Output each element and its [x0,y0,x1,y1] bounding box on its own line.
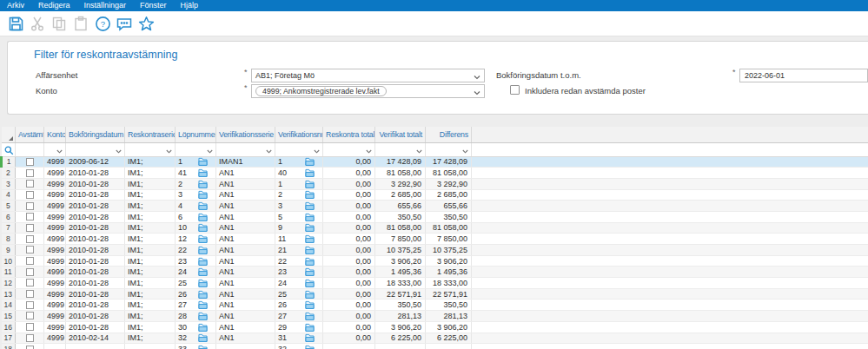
filter-cell-reskontra-totalt[interactable] [323,142,375,156]
include-reconciled-checkbox[interactable] [510,85,520,95]
filter-dropdown-icon[interactable] [56,147,63,155]
row-number[interactable]: 16 [2,321,16,333]
row-number[interactable]: 18 [2,344,16,349]
filter-dropdown-icon[interactable] [116,147,122,155]
table-row[interactable]: 249992010-01-28IM1;41AN1400,0081 058,008… [2,168,868,179]
avstamt-checkbox[interactable] [26,191,34,199]
document-folder-icon[interactable] [198,201,208,210]
table-row[interactable]: 1349992010-01-28IM1;26AN1250,0022 571,91… [2,288,868,300]
table-row[interactable]: 1149992010-01-28IM1;24AN1230,001 495,361… [2,267,868,278]
document-folder-icon[interactable] [305,201,315,210]
document-folder-icon[interactable] [198,157,208,166]
row-number[interactable]: 2 [2,168,16,179]
filter-dropdown-icon[interactable] [207,147,213,155]
row-number[interactable]: 9 [2,245,16,256]
document-folder-icon[interactable] [305,223,315,232]
document-folder-icon[interactable] [305,257,315,266]
star-icon[interactable] [136,14,156,33]
menu-redigera[interactable]: Redigera [31,0,77,11]
menu-arkiv[interactable]: Arkiv [0,0,31,11]
document-folder-icon[interactable] [198,333,208,342]
table-row[interactable]: 849992010-01-28IM1;12AN1110,007 850,007 … [2,234,868,245]
table-row[interactable]: 149992009-06-12IM1;1IMAN110,0017 428,091… [2,156,868,168]
avstamt-checkbox[interactable] [26,346,34,349]
table-row[interactable]: 183332 [2,344,868,349]
avstamt-checkbox[interactable] [26,334,34,342]
filter-cell-verifikationsnr[interactable] [275,142,323,156]
avstamt-checkbox[interactable] [26,246,34,254]
row-number[interactable]: 4 [2,189,16,201]
document-folder-icon[interactable] [198,279,208,287]
row-number[interactable]: 5 [2,201,16,212]
row-number[interactable]: 17 [2,333,16,344]
document-folder-icon[interactable] [305,234,315,243]
table-row[interactable]: 549992010-01-28IM1;4AN130,00655,66655,66 [2,201,868,212]
konto-select[interactable]: 4999; Ankomstregistrerade lev.fakt [251,84,485,98]
filter-dropdown-icon[interactable] [462,147,468,155]
col-header-verifikationsserie[interactable]: Verifikationsserie [216,127,275,142]
table-row[interactable]: 1549992010-01-28IM1;28AN1270,00281,13281… [2,311,868,322]
col-header-verifikationsnr[interactable]: Verifikationsnr [275,127,323,142]
filter-cell-konto[interactable] [44,142,66,156]
row-number[interactable]: 11 [2,267,16,278]
document-folder-icon[interactable] [198,323,208,332]
table-row[interactable]: 349992010-01-28IM1;2AN110,003 292,903 29… [2,178,868,189]
row-number[interactable]: 14 [2,300,16,311]
affarsenhet-select[interactable]: AB1; Företag Mö [251,69,485,82]
document-folder-icon[interactable] [198,213,208,221]
konto-tag[interactable]: 4999; Ankomstregistrerade lev.fakt [255,86,387,96]
document-folder-icon[interactable] [305,180,315,188]
avstamt-checkbox[interactable] [26,158,34,166]
document-folder-icon[interactable] [305,157,315,166]
document-folder-icon[interactable] [305,246,315,254]
avstamt-checkbox[interactable] [26,180,34,188]
document-folder-icon[interactable] [198,300,208,309]
row-number[interactable]: 1 [2,156,16,168]
document-folder-icon[interactable] [198,257,208,266]
row-number[interactable]: 12 [2,278,16,289]
document-folder-icon[interactable] [198,234,208,243]
filter-dropdown-icon[interactable] [314,147,320,155]
document-folder-icon[interactable] [198,290,208,299]
row-number[interactable]: 15 [2,311,16,322]
document-folder-icon[interactable] [305,300,315,309]
avstamt-checkbox[interactable] [26,213,34,221]
col-header-avstamt[interactable]: Avstämt [16,127,44,142]
menu-hjalp[interactable]: Hjälp [174,0,206,11]
table-row[interactable]: 1449992010-01-28IM1;27AN1260,00350,50350… [2,300,868,311]
filter-cell-lopnummer[interactable] [176,142,216,156]
document-folder-icon[interactable] [305,323,315,332]
row-number[interactable]: 7 [2,222,16,234]
document-folder-icon[interactable] [305,168,315,177]
table-row[interactable]: 449992010-01-28IM1;3AN120,002 685,002 68… [2,189,868,201]
filter-dropdown-icon[interactable] [266,147,272,155]
col-header-reskontra-totalt[interactable]: Reskontra totalt [323,127,375,142]
avstamt-checkbox[interactable] [26,224,34,232]
document-folder-icon[interactable] [198,190,208,199]
filter-dropdown-icon[interactable] [366,147,372,155]
document-folder-icon[interactable] [198,312,208,320]
row-number[interactable]: 3 [2,178,16,189]
col-header-konto[interactable]: Konto [44,127,66,142]
document-folder-icon[interactable] [305,213,315,221]
row-number[interactable]: 13 [2,288,16,300]
col-header-reskontraserie[interactable]: Reskontraserie [125,127,176,142]
document-folder-icon[interactable] [198,345,208,349]
table-row[interactable]: 749992010-01-28IM1;10AN190,0081 058,0081… [2,222,868,234]
filter-cell-verifikationsserie[interactable] [216,142,275,156]
col-header-verifikat-totalt[interactable]: Verifikat totalt [375,127,426,142]
document-folder-icon[interactable] [305,279,315,287]
avstamt-checkbox[interactable] [26,169,34,177]
avstamt-checkbox[interactable] [26,301,34,309]
filter-cell-differens[interactable] [426,142,472,156]
table-row[interactable]: 1249992010-01-28IM1;25AN1240,0018 333,00… [2,278,868,289]
avstamt-checkbox[interactable] [26,323,34,331]
avstamt-checkbox[interactable] [26,202,34,210]
avstamt-checkbox[interactable] [26,312,34,319]
table-row[interactable]: 1049992010-01-28IM1;23AN1220,003 906,203… [2,255,868,267]
col-header-lopnummer[interactable]: Löpnummer [176,127,216,142]
document-folder-icon[interactable] [198,168,208,177]
filter-dropdown-icon[interactable] [166,147,172,155]
avstamt-checkbox[interactable] [26,257,34,265]
table-row[interactable]: 1649992010-01-28IM1;30AN1290,003 906,203… [2,321,868,333]
